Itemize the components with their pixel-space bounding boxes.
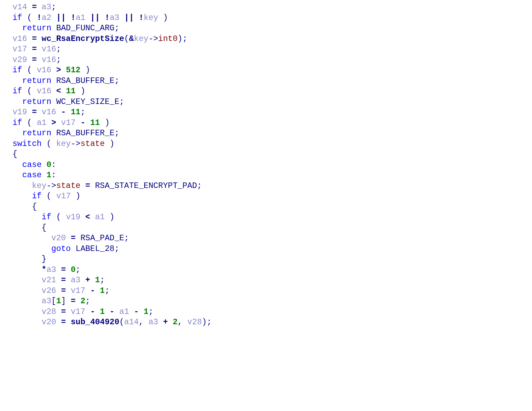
code-token-pun (85, 13, 90, 22)
code-token-pun (3, 65, 12, 75)
code-token-pun: ) (76, 191, 81, 201)
code-token-num: 2 (173, 317, 178, 327)
code-token-pun (66, 286, 71, 295)
code-token-op: - (81, 118, 85, 127)
code-token-var: v17 (71, 286, 85, 295)
code-token-pun (182, 317, 187, 327)
code-token-pun (85, 307, 90, 316)
code-token-pun (71, 244, 75, 253)
code-token-pun: ; (124, 233, 129, 243)
code-token-pun (32, 65, 37, 75)
code-token-pun (32, 13, 37, 22)
code-token-pun (56, 118, 61, 127)
code-token-pun (3, 296, 42, 306)
code-token-pun (76, 296, 81, 306)
code-token-kw: if (12, 13, 22, 22)
code-token-pun (66, 317, 71, 327)
code-token-kw: if (12, 65, 22, 75)
code-token-pun (105, 212, 109, 222)
code-token-var: v16 (12, 34, 27, 43)
code-token-pun (81, 275, 85, 285)
code-token-op: = (32, 107, 37, 117)
code-token-pun (37, 2, 42, 12)
code-token-pun (76, 233, 81, 243)
code-token-pun: ; (114, 23, 119, 33)
code-token-pun (95, 286, 100, 295)
code-token-var: v17 (56, 191, 71, 201)
code-token-id: RSA_BUFFER_E (56, 76, 114, 85)
code-token-id: RSA_STATE_ENCRYPT_PAD (95, 181, 197, 190)
code-token-var: a3 (71, 275, 80, 285)
code-token-num: 11 (66, 86, 75, 96)
code-token-pun: , (178, 317, 182, 327)
code-token-pun: ( (119, 317, 124, 327)
code-token-pun (3, 286, 42, 295)
code-token-pun: ( (56, 212, 61, 222)
code-token-op: = (32, 34, 37, 43)
code-token-pun (3, 13, 12, 22)
code-token-op: - (134, 307, 139, 316)
code-token-kw: case (22, 170, 41, 180)
code-token-op: ! (37, 13, 42, 22)
code-token-num: 1 (56, 296, 61, 306)
code-token-op: & (129, 34, 134, 43)
code-token-pun (3, 2, 12, 12)
code-token-pun (42, 191, 46, 201)
code-token-op: = (71, 233, 75, 243)
code-token-var: a14 (124, 317, 139, 327)
code-token-op: = (32, 44, 37, 54)
code-token-pun (90, 181, 95, 190)
code-token-pun (37, 107, 42, 117)
code-token-pun (51, 97, 56, 106)
code-token-var: v20 (51, 233, 66, 243)
code-token-pun (51, 139, 56, 148)
code-token-pun (105, 307, 109, 316)
code-token-op: || (56, 13, 66, 22)
code-token-op: = (61, 317, 66, 327)
code-token-pun (37, 34, 42, 43)
code-token-pun (100, 118, 105, 127)
code-token-pun (85, 286, 90, 295)
code-token-pun (3, 307, 42, 316)
code-token-pun (3, 160, 22, 169)
code-token-var: key (32, 181, 46, 190)
code-token-pun: ) (81, 86, 85, 96)
code-token-pun (27, 55, 32, 64)
code-token-pun: [ (51, 296, 56, 306)
code-token-pun (134, 13, 139, 22)
code-token-num: 0 (46, 160, 51, 169)
code-token-pun: ) (163, 13, 168, 22)
code-token-var: v17 (12, 44, 27, 54)
code-token-pun: ; (81, 107, 85, 117)
code-token-var: v16 (42, 44, 56, 54)
code-token-num: 11 (90, 118, 100, 127)
code-token-var: key (56, 139, 71, 148)
code-token-pun: ( (27, 118, 32, 127)
code-token-var: a1 (95, 212, 105, 222)
code-token-pun (3, 107, 12, 117)
code-token-op: ! (105, 13, 109, 22)
code-token-pun (3, 202, 32, 211)
code-token-pun: ; (197, 181, 202, 190)
code-token-pun (3, 76, 22, 85)
code-token-var: a3 (42, 296, 51, 306)
code-token-op: = (61, 286, 66, 295)
code-token-num: 2 (81, 296, 85, 306)
code-token-var: v16 (37, 65, 51, 75)
code-token-pun: ; (114, 128, 119, 138)
code-token-pun (51, 76, 56, 85)
code-token-kw: if (42, 212, 51, 222)
code-token-pun: { (12, 149, 17, 159)
code-token-var: v28 (42, 307, 56, 316)
code-token-pun: ; (114, 244, 119, 253)
code-token-pun (22, 65, 27, 75)
code-token-pun: ; (114, 76, 119, 85)
code-token-pun: { (32, 202, 37, 211)
code-token-pun (66, 296, 71, 306)
code-token-fn: wc_RsaEncryptSize (42, 34, 124, 43)
code-token-num: 1 (100, 286, 105, 295)
code-token-pun (61, 212, 66, 222)
code-token-op: - (61, 107, 66, 117)
code-token-pun: -> (46, 181, 56, 190)
code-token-pun (3, 212, 42, 222)
